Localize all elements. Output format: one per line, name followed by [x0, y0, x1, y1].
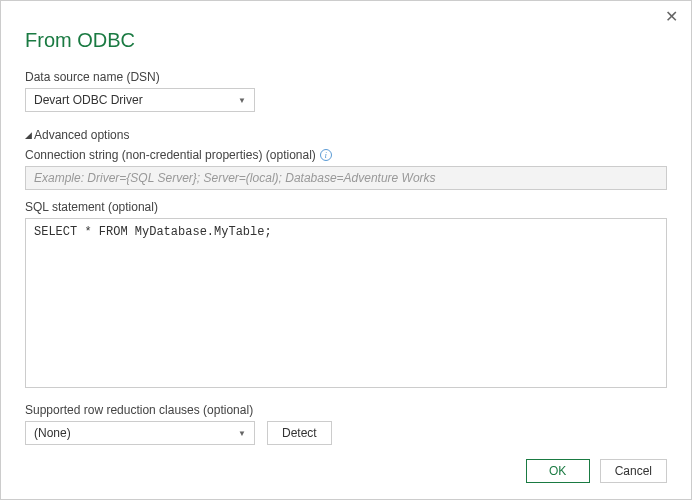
- triangle-down-icon: ◢: [25, 130, 32, 140]
- info-icon[interactable]: i: [320, 149, 332, 161]
- dialog-title: From ODBC: [25, 29, 667, 52]
- row-reduction-dropdown[interactable]: (None) ▼: [25, 421, 255, 445]
- row-reduction-label: Supported row reduction clauses (optiona…: [25, 403, 667, 417]
- odbc-dialog: ✕ From ODBC Data source name (DSN) Devar…: [0, 0, 692, 500]
- dsn-value: Devart ODBC Driver: [34, 93, 143, 107]
- dsn-dropdown[interactable]: Devart ODBC Driver ▼: [25, 88, 255, 112]
- row-reduction-value: (None): [34, 426, 71, 440]
- dsn-label: Data source name (DSN): [25, 70, 667, 84]
- advanced-options-label: Advanced options: [34, 128, 129, 142]
- detect-button[interactable]: Detect: [267, 421, 332, 445]
- sql-textarea[interactable]: [25, 218, 667, 388]
- connection-string-label: Connection string (non-credential proper…: [25, 148, 667, 162]
- ok-button[interactable]: OK: [526, 459, 590, 483]
- chevron-down-icon: ▼: [238, 429, 246, 438]
- cancel-button[interactable]: Cancel: [600, 459, 667, 483]
- connection-string-field: Connection string (non-credential proper…: [25, 148, 667, 190]
- dsn-field: Data source name (DSN) Devart ODBC Drive…: [25, 70, 667, 112]
- connection-string-input[interactable]: [25, 166, 667, 190]
- connection-string-label-text: Connection string (non-credential proper…: [25, 148, 316, 162]
- chevron-down-icon: ▼: [238, 96, 246, 105]
- row-reduction-field: Supported row reduction clauses (optiona…: [25, 403, 667, 445]
- dialog-footer: OK Cancel: [526, 459, 667, 483]
- sql-field: SQL statement (optional): [25, 200, 667, 391]
- sql-label: SQL statement (optional): [25, 200, 667, 214]
- advanced-options-toggle[interactable]: ◢ Advanced options: [25, 128, 667, 142]
- close-icon: ✕: [665, 8, 678, 25]
- close-button[interactable]: ✕: [661, 7, 681, 27]
